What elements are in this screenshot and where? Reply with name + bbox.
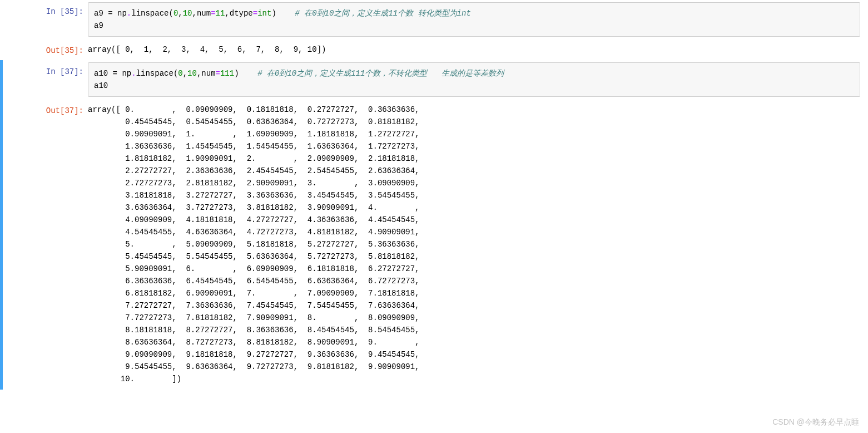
expr-line: a9 — [94, 21, 103, 30]
code-input[interactable]: a10 = np.linspace(0,10,num=111) # 在0到10之… — [88, 62, 860, 97]
expr-line: a10 — [94, 81, 108, 90]
output-cell-37: Out[37]: array([ 0. , 0.09090909, 0.1818… — [0, 99, 868, 390]
var-name: a9 — [94, 9, 103, 18]
output-text: array([ 0, 1, 2, 3, 4, 5, 6, 7, 8, 9, 10… — [88, 39, 860, 60]
input-prompt: In [35]: — [3, 0, 88, 39]
code-comment: # 在0到10之间，定义生成111个数，不转化类型 生成的是等差数列 — [257, 69, 503, 78]
output-cell-35: Out[35]: array([ 0, 1, 2, 3, 4, 5, 6, 7,… — [0, 39, 868, 60]
code-comment: # 在0到10之间，定义生成11个数 转化类型为int — [295, 9, 470, 18]
output-text: array([ 0. , 0.09090909, 0.18181818, 0.2… — [88, 99, 860, 390]
code-input[interactable]: a9 = np.linspace(0,10,num=11,dtype=int) … — [88, 2, 860, 37]
output-prompt: Out[35]: — [3, 39, 88, 60]
var-name: a10 — [94, 69, 108, 78]
code-cell-37: In [37]: a10 = np.linspace(0,10,num=111)… — [0, 60, 868, 99]
input-prompt: In [37]: — [3, 60, 88, 99]
code-cell-35: In [35]: a9 = np.linspace(0,10,num=11,dt… — [0, 0, 868, 39]
output-prompt: Out[37]: — [3, 99, 88, 390]
